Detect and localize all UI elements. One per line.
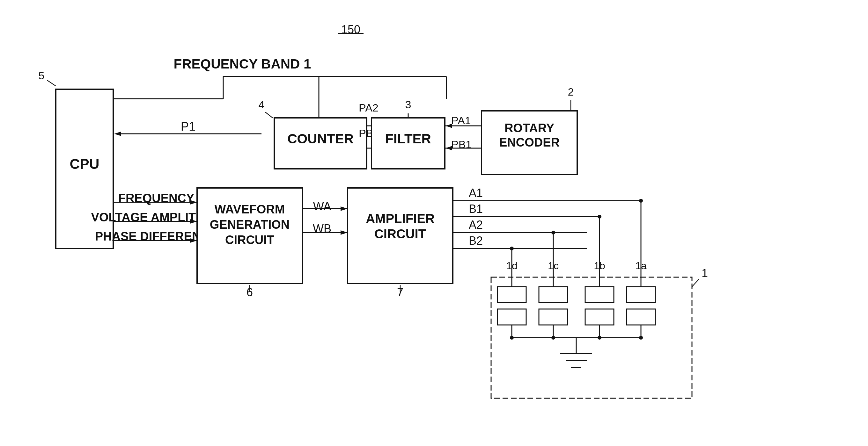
piezo-1c-bottom bbox=[539, 309, 568, 325]
cpu-label: CPU bbox=[70, 156, 99, 172]
svg-point-69 bbox=[639, 336, 643, 340]
waveform-label2: GENERATION bbox=[210, 218, 290, 231]
piezo-1d-top bbox=[497, 287, 526, 303]
ref-2: 2 bbox=[568, 86, 574, 98]
a2-label: A2 bbox=[469, 218, 483, 231]
a1-label: A1 bbox=[469, 186, 483, 199]
wa-label: WA bbox=[313, 200, 331, 213]
svg-marker-18 bbox=[446, 146, 452, 150]
piezo-1a-top bbox=[627, 287, 655, 303]
p1-label: P1 bbox=[181, 120, 195, 133]
amplifier-label2: CIRCUIT bbox=[374, 227, 426, 241]
piezo-1b-bottom bbox=[585, 309, 614, 325]
svg-line-10 bbox=[265, 112, 273, 118]
svg-marker-28 bbox=[341, 206, 348, 211]
wb-label: WB bbox=[313, 222, 331, 235]
amplifier-label1: AMPLIFIER bbox=[366, 211, 435, 226]
pa1-label: PA1 bbox=[451, 114, 471, 127]
svg-line-36 bbox=[692, 279, 699, 287]
ref-1: 1 bbox=[702, 267, 708, 280]
rotary-label2: ENCODER bbox=[499, 136, 560, 149]
svg-point-65 bbox=[510, 247, 514, 250]
filter-label: FILTER bbox=[385, 131, 431, 146]
svg-marker-16 bbox=[446, 124, 452, 128]
svg-point-62 bbox=[639, 199, 643, 203]
ref-5: 5 bbox=[39, 69, 44, 81]
svg-point-68 bbox=[597, 336, 601, 340]
waveform-label1: WAVEFORM bbox=[215, 203, 285, 216]
piezo-1c-top bbox=[539, 287, 568, 303]
piezo-1d-bottom bbox=[497, 309, 526, 325]
counter-label: COUNTER bbox=[287, 131, 354, 146]
svg-point-66 bbox=[510, 336, 514, 340]
freq-band-label: FREQUENCY BAND 1 bbox=[174, 57, 311, 71]
svg-point-63 bbox=[597, 215, 601, 218]
frequency-label: FREQUENCY bbox=[118, 192, 194, 205]
svg-marker-30 bbox=[341, 230, 348, 235]
ref-3: 3 bbox=[405, 98, 411, 110]
b2-label: B2 bbox=[469, 234, 483, 247]
rotary-label1: ROTARY bbox=[504, 122, 554, 135]
diagram-container: 150 5 CPU FREQUENCY BAND 1 P1 4 COUNTER … bbox=[0, 0, 868, 446]
svg-line-1 bbox=[47, 80, 56, 86]
b1-label: B1 bbox=[469, 202, 483, 215]
waveform-label3: CIRCUIT bbox=[225, 233, 274, 247]
svg-point-64 bbox=[551, 231, 555, 235]
piezo-1b-top bbox=[585, 287, 614, 303]
pa2-label: PA2 bbox=[359, 102, 378, 114]
svg-point-67 bbox=[551, 336, 555, 340]
piezo-1a-bottom bbox=[627, 309, 655, 325]
svg-marker-9 bbox=[114, 132, 121, 136]
ref-4: 4 bbox=[259, 98, 265, 110]
